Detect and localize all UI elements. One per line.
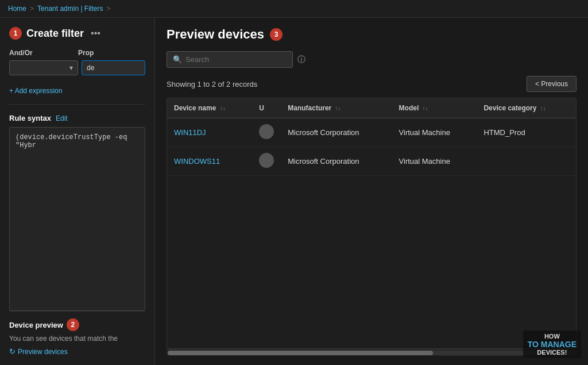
main-layout: 1 Create filter ••• And/Or Prop ▾ de + A… [0,18,588,365]
watermark-inner: HOW TO MANAGE DEVICES! [523,331,581,358]
breadcrumb: Home > Tenant admin | Filters > [0,0,588,18]
manufacturer-cell: Microsoft Corporation [281,147,392,176]
title-badge: 3 [270,28,283,41]
more-menu-button[interactable]: ••• [91,28,100,39]
add-expression-button[interactable]: + Add expression [9,87,145,95]
right-header: Preview devices 3 [167,27,577,42]
watermark-manage: TO MANAGE [528,340,577,349]
user-avatar [259,124,274,139]
left-panel: 1 Create filter ••• And/Or Prop ▾ de + A… [0,18,155,365]
user-avatar [259,153,274,168]
device-category-cell [477,147,576,176]
refresh-icon: ↻ [9,347,16,356]
search-input[interactable] [185,55,266,64]
col-manufacturer[interactable]: Manufacturer ↑↓ [281,98,392,118]
col-device-name[interactable]: Device name ↑↓ [167,98,252,118]
preview-devices-label: Preview devices [18,348,68,356]
table-container[interactable]: Device name ↑↓ U Manufacturer ↑↓ Model ↑… [167,98,577,349]
user-cell [252,147,281,176]
table-body: WIN11DJ Microsoft Corporation Virtual Ma… [167,118,576,176]
rule-syntax-title: Rule syntax [9,114,51,122]
user-cell [252,118,281,147]
device-preview-description: You can see devices that match the [9,335,145,343]
devices-table: Device name ↑↓ U Manufacturer ↑↓ Model ↑… [167,98,576,176]
sort-icon-device-category: ↑↓ [540,105,546,112]
device-name-cell[interactable]: WIN11DJ [167,118,252,147]
rule-syntax-header: Rule syntax Edit [9,114,145,122]
device-category-cell: HTMD_Prod [477,118,576,147]
table-row[interactable]: WINDOWS11 Microsoft Corporation Virtual … [167,147,576,176]
divider1 [9,104,145,105]
device-preview-header: Device preview 2 [9,318,145,331]
model-cell: Virtual Machine [392,147,477,176]
watermark: HOW TO MANAGE DEVICES! [523,331,581,358]
breadcrumb-sep2: > [107,5,111,13]
and-or-label: And/Or [9,49,78,57]
filter-labels: And/Or Prop [9,49,145,57]
chevron-down-icon: ▾ [69,64,73,72]
sort-icon-manufacturer: ↑↓ [335,105,341,112]
previous-button[interactable]: < Previous [527,76,577,92]
scrollbar-track[interactable] [168,351,575,355]
col-user[interactable]: U [252,98,281,118]
filter-row: ▾ de [9,60,145,75]
manufacturer-cell: Microsoft Corporation [281,118,392,147]
breadcrumb-home[interactable]: Home [8,5,26,13]
property-input[interactable]: de [82,60,145,75]
device-preview-title: Device preview [9,321,63,329]
horizontal-scrollbar[interactable] [167,349,577,356]
breadcrumb-sep1: > [30,5,34,13]
model-cell: Virtual Machine [392,118,477,147]
col-device-category[interactable]: Device category ↑↓ [477,98,576,118]
sort-icon-model: ↑↓ [423,105,428,112]
records-info: Showing 1 to 2 of 2 records [167,80,257,89]
property-label: Prop [78,49,145,57]
right-panel-title: Preview devices [167,27,264,42]
table-header-row: Device name ↑↓ U Manufacturer ↑↓ Model ↑… [167,98,576,118]
search-input-wrap[interactable]: 🔍 [167,51,293,68]
step1-badge: 1 [9,27,22,40]
filter-section: And/Or Prop ▾ de [9,49,145,75]
watermark-devices: DEVICES! [528,349,577,356]
right-panel: Preview devices 3 🔍 ⓘ Showing 1 to 2 of … [155,18,588,365]
search-bar: 🔍 ⓘ [167,51,577,68]
panel-title: Create filter [26,28,84,40]
table-row[interactable]: WIN11DJ Microsoft Corporation Virtual Ma… [167,118,576,147]
and-or-select[interactable]: ▾ [9,60,78,75]
table-toolbar: Showing 1 to 2 of 2 records < Previous [167,76,577,92]
step2-badge: 2 [67,318,79,331]
preview-devices-link[interactable]: ↻ Preview devices [9,347,68,356]
scrollbar-thumb[interactable] [168,351,433,355]
panel-header: 1 Create filter ••• [9,27,145,40]
bottom-left-section: Device preview 2 You can see devices tha… [9,311,145,356]
device-name-cell[interactable]: WINDOWS11 [167,147,252,176]
rule-syntax-box[interactable]: (device.deviceTrustType -eq "Hybr [9,127,145,311]
info-icon[interactable]: ⓘ [297,55,305,65]
col-model[interactable]: Model ↑↓ [392,98,477,118]
sort-icon-device-name: ↑↓ [220,105,226,112]
rule-syntax-edit-button[interactable]: Edit [56,114,68,122]
search-icon: 🔍 [173,55,182,64]
breadcrumb-tenant[interactable]: Tenant admin | Filters [37,5,103,13]
watermark-how: HOW [528,333,577,340]
